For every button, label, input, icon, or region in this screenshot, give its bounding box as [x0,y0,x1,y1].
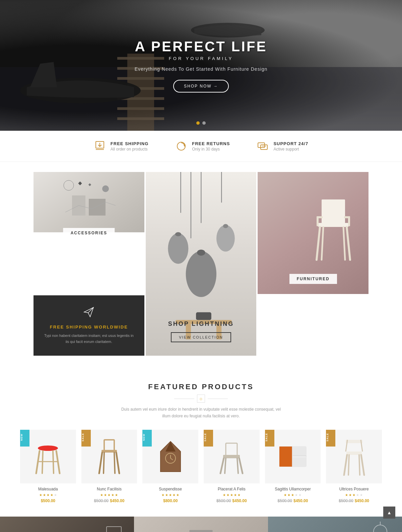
product-price-old: $500.00 [216,498,231,503]
svg-rect-86 [107,527,121,532]
svg-rect-47 [317,216,319,226]
svg-line-80 [348,455,349,475]
hero-dot-2[interactable] [202,121,206,125]
banner-living[interactable]: Collection 2016 Living Room [268,517,402,532]
svg-point-31 [168,233,188,264]
product-badge: SALE [326,430,335,447]
star-icon: ★ [161,493,164,497]
product-stars: ★★★★★ [81,493,137,497]
star-icon: ★ [291,493,294,497]
banner-designs[interactable]: Big Sale Off New Designs [134,517,268,532]
banner-dining-chair-svg [100,520,127,532]
svg-point-33 [216,225,235,251]
product-stars: ★★★★★ [142,493,198,497]
product-name: Sagittis Ullamcorper [265,487,321,491]
feature-support-title: Support 24/7 [273,141,308,146]
product-card[interactable]: SALE Ultrices Posuere ★★★★★ $500.00$450.… [326,430,382,503]
star-icon: ★ [47,493,50,497]
category-grid: Accessories [34,172,368,356]
star-icon: ★ [234,493,237,497]
svg-rect-48 [348,216,350,226]
svg-rect-7 [117,107,164,110]
svg-line-58 [99,453,102,473]
shop-now-button[interactable]: Shop Now → [173,80,229,93]
feature-returns-text: Free Returns Only in 30 days [192,141,230,152]
accessories-label: Accessories [63,228,115,238]
section-divider: ◇ [20,395,382,403]
hero-title: A Perfect Life [135,39,268,55]
svg-point-99 [374,525,387,532]
star-icon: ★ [115,493,118,497]
star-icon: ★ [349,493,352,497]
svg-line-43 [322,227,323,260]
product-price: $800.00 [142,498,198,503]
hero-subtitle: For Your Family [135,56,268,61]
star-icon: ★ [360,493,363,497]
feature-shipping: Free Shipping All order on products [94,140,148,152]
product-card[interactable]: SALE Nunc Facilisis ★★★★★ $500.00$450.00 [81,430,137,503]
svg-rect-38 [196,312,211,320]
svg-rect-72 [279,447,292,467]
star-icon: ★ [176,493,179,497]
feature-support: Support 24/7 Active support [257,140,308,152]
feature-returns-title: Free Returns [192,141,230,146]
product-stars: ★★★★★ [20,493,76,497]
svg-line-67 [220,458,224,473]
product-stars: ★★★★★ [326,493,382,497]
divider-line-right [208,399,228,399]
scroll-top-button[interactable]: ▲ [383,507,395,519]
star-icon: ★ [173,493,176,497]
star-icon: ★ [111,493,114,497]
svg-point-32 [175,232,181,236]
product-badge: SALE [265,430,274,447]
svg-line-78 [344,455,347,475]
product-price-new: $450.00 [355,498,369,503]
furnitured-label: Furnitured [289,274,337,284]
paper-plane-icon [83,306,95,318]
product-name: Malesuada [20,487,76,491]
category-furnitured[interactable]: Furnitured [258,172,368,294]
svg-rect-66 [226,443,237,456]
featured-header: Featured Products ◇ Duis autem vel eum i… [20,382,382,420]
category-lightning[interactable]: Shop Lightning View Collection [146,172,257,356]
svg-point-14 [177,142,185,150]
banner-living-lamp-svg [372,522,389,532]
svg-rect-57 [104,440,114,451]
star-icon: ★ [50,493,53,497]
star-icon: ★ [54,493,57,497]
product-card[interactable]: NEW Suspendisse ★★★★★ $800.00 [142,430,198,503]
svg-line-41 [317,227,320,260]
product-card[interactable]: NEW Malesuada ★★★★★ $500.00 [20,430,76,503]
hero-dots [196,121,206,125]
product-badge: NEW [20,430,29,447]
product-name: Placerat A Felis [204,487,260,491]
star-icon: ★ [39,493,42,497]
banner-dining[interactable]: For Dining Room Sale 70% Off [0,517,134,532]
svg-line-59 [116,453,119,473]
svg-rect-73 [293,447,306,456]
star-icon: ★ [226,493,229,497]
svg-line-60 [104,453,104,473]
product-card[interactable]: SALE Placerat A Felis ★★★★★ $500.00$450.… [204,430,260,503]
product-price-single: $500.00 [41,498,55,503]
product-price: $500.00$450.00 [204,498,260,503]
svg-line-70 [237,458,238,473]
svg-line-79 [361,455,364,475]
star-icon: ★ [345,493,348,497]
featured-section: Featured Products ◇ Duis autem vel eum i… [0,366,402,517]
product-price: $500.00$450.00 [81,498,137,503]
category-accessories[interactable]: Accessories [34,172,144,294]
svg-line-68 [239,458,243,473]
product-price-single: $800.00 [163,498,178,503]
svg-rect-21 [88,183,91,186]
star-icon: ★ [295,493,298,497]
shipping-promo-title: Free Shipping Worldwide [50,324,128,330]
hero-dot-1[interactable] [196,121,200,125]
category-shipping-promo[interactable]: Free Shipping Worldwide Typi non habent … [34,295,144,356]
bottom-banners: For Dining Room Sale 70% Off Big Sale Of… [0,517,402,532]
shipping-promo-text: Typi non habent claritatem insitam; est … [44,333,134,345]
svg-rect-82 [346,440,362,443]
svg-line-42 [347,227,350,260]
view-collection-button[interactable]: View Collection [171,332,231,342]
product-card[interactable]: SALE Sagittis Ullamcorper ★★★★★ $500.00$… [265,430,321,503]
